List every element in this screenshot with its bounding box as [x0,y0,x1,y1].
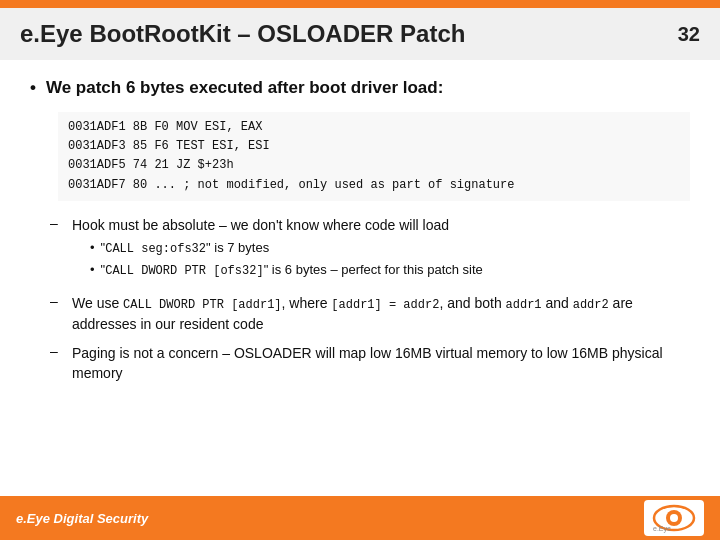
sub-item-1-1-text: "CALL seg:ofs32" is 7 bytes [101,239,270,258]
code-line-3: 0031ADF5 74 21 JZ $+23h [68,156,680,175]
footer-logo: e.Eye [644,500,704,536]
main-bullet-text: We patch 6 bytes executed after boot dri… [46,78,443,98]
dash-sym-2: – [50,293,64,309]
code-line-1: 0031ADF1 8B F0 MOV ESI, EAX [68,118,680,137]
dash-text-2: We use CALL DWORD PTR [addr1], where [ad… [72,293,690,335]
bullet-dot: • [30,78,36,98]
dash-item-1: – Hook must be absolute – we don't know … [50,215,690,285]
logo-svg: e.Eye [649,503,699,533]
sub-item-1-2: • "CALL DWORD PTR [ofs32]" is 6 bytes – … [90,261,690,280]
dash-item-3-text: Paging is not a concern – OSLOADER will … [72,345,663,381]
sub-dot-2: • [90,261,95,280]
sub-bullets-1: • "CALL seg:ofs32" is 7 bytes • "CALL DW… [90,239,690,281]
footer-text: e.Eye Digital Security [16,511,644,526]
dash-item-1-text: Hook must be absolute – we don't know wh… [72,217,449,233]
svg-text:e.Eye: e.Eye [653,525,671,533]
main-bullet: • We patch 6 bytes executed after boot d… [30,78,690,98]
sub-dot: • [90,239,95,258]
dash-sym-3: – [50,343,64,359]
footer: e.Eye Digital Security e.Eye [0,496,720,540]
dash-bullets: – Hook must be absolute – we don't know … [50,215,690,383]
slide-number: 32 [678,23,700,46]
dash-sym-1: – [50,215,64,231]
top-orange-bar [0,0,720,8]
code-block: 0031ADF1 8B F0 MOV ESI, EAX 0031ADF3 85 … [58,112,690,201]
slide-header: e.Eye BootRootKit – OSLOADER Patch 32 [0,8,720,60]
dash-text-3: Paging is not a concern – OSLOADER will … [72,343,690,384]
slide-content: • We patch 6 bytes executed after boot d… [0,60,720,496]
code-line-2: 0031ADF3 85 F6 TEST ESI, ESI [68,137,680,156]
dash-text-1: Hook must be absolute – we don't know wh… [72,215,690,285]
sub-item-1-1: • "CALL seg:ofs32" is 7 bytes [90,239,690,258]
sub-item-1-2-text: "CALL DWORD PTR [ofs32]" is 6 bytes – pe… [101,261,483,280]
dash-item-3: – Paging is not a concern – OSLOADER wil… [50,343,690,384]
code-line-4: 0031ADF7 80 ... ; not modified, only use… [68,176,680,195]
slide-title: e.Eye BootRootKit – OSLOADER Patch [20,20,678,48]
svg-point-2 [670,514,678,522]
dash-item-2: – We use CALL DWORD PTR [addr1], where [… [50,293,690,335]
